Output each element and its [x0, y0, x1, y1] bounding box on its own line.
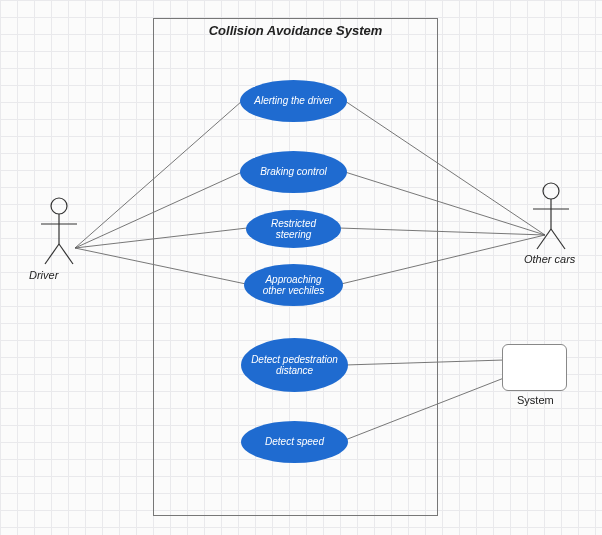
svg-line-3 — [45, 244, 59, 264]
usecase-approaching-label: Approaching other vechiles — [254, 274, 333, 297]
usecase-restricted: Restricted steering — [246, 210, 341, 248]
svg-point-5 — [543, 183, 559, 199]
usecase-alerting-label: Alerting the driver — [254, 95, 332, 107]
svg-line-8 — [537, 229, 551, 249]
actor-othercars-label: Other cars — [524, 253, 575, 265]
actor-othercars-figure — [533, 183, 569, 249]
system-title: Collision Avoidance System — [154, 23, 437, 38]
usecase-detect-ped-label: Detect pedestration distance — [251, 354, 338, 377]
usecase-braking-label: Braking control — [260, 166, 327, 178]
actor-driver-label: Driver — [29, 269, 58, 281]
usecase-braking: Braking control — [240, 151, 347, 193]
usecase-alerting: Alerting the driver — [240, 80, 347, 122]
usecase-approaching: Approaching other vechiles — [244, 264, 343, 306]
actor-driver-figure — [41, 198, 77, 264]
usecase-detect-spd: Detect speed — [241, 421, 348, 463]
svg-line-4 — [59, 244, 73, 264]
actor-system-label: System — [517, 394, 554, 406]
usecase-detect-ped: Detect pedestration distance — [241, 338, 348, 392]
svg-point-0 — [51, 198, 67, 214]
usecase-detect-spd-label: Detect speed — [265, 436, 324, 448]
diagram-canvas: Collision Avoidance System Alerting the … — [0, 0, 602, 535]
actor-system-box — [502, 344, 567, 391]
usecase-restricted-label: Restricted steering — [256, 218, 331, 241]
svg-line-9 — [551, 229, 565, 249]
